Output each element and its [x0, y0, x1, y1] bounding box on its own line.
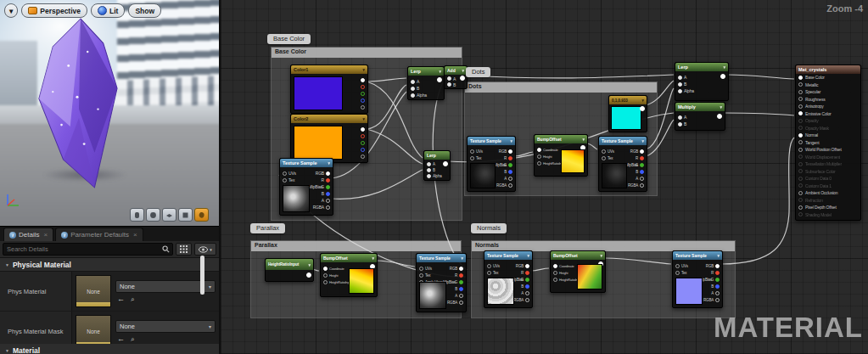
view-options-button[interactable]: ▾	[194, 243, 216, 256]
plane-shape-button[interactable]	[162, 208, 176, 222]
texture-sample-node[interactable]: Texture Sample▾ UVsTexApply View MipBias…	[598, 136, 647, 192]
material-input-row[interactable]: Opacity Mask	[796, 125, 860, 132]
sphere-shape-button[interactable]	[146, 208, 160, 222]
custom-mesh-shape-button[interactable]	[194, 208, 209, 222]
material-input-row[interactable]: Anisotropy	[796, 103, 860, 110]
output-pin[interactable]	[460, 76, 465, 81]
collapse-icon[interactable]: ▾	[717, 253, 720, 258]
color1-vector-parameter-node[interactable]: Color1▾	[290, 65, 368, 114]
output-pin[interactable]	[437, 77, 442, 82]
material-input-row[interactable]: Metallic	[796, 81, 860, 89]
material-input-row[interactable]: Emissive Color	[796, 110, 860, 118]
texture-sample-node[interactable]: Texture Sample▾ UVsTexApply View MipBias…	[416, 253, 467, 312]
material-node-graph[interactable]: Zoom -4 MATERIAL Base Color Base Color D…	[219, 0, 868, 354]
multiply-node[interactable]: Multiply▾ AB	[675, 102, 725, 131]
texture-sample-node[interactable]: Texture Sample▾ UVsTexApply View MipBias…	[484, 250, 533, 308]
collapse-icon[interactable]: ▾	[723, 65, 725, 70]
close-icon[interactable]: ×	[133, 231, 137, 239]
material-input-row[interactable]: World Position Offset	[796, 146, 860, 154]
lit-sphere-icon	[98, 6, 107, 15]
add-node[interactable]: Add▾ AB	[444, 65, 468, 89]
material-input-row[interactable]: Subsurface Color	[796, 168, 860, 176]
material-input-row[interactable]: Opacity	[796, 117, 860, 125]
texture-sample-node[interactable]: Texture Sample▾ UVsTexApply View MipBias…	[467, 136, 516, 192]
lerp-node[interactable]: Lerp▾ ABAlpha	[675, 62, 729, 101]
tab-details[interactable]: i Details ×	[3, 228, 53, 241]
comment-tag-parallax[interactable]: Parallax	[250, 223, 285, 233]
cube-shape-button[interactable]	[178, 208, 193, 222]
material-input-row[interactable]: Specular	[796, 88, 860, 96]
material-input-row[interactable]: Custom Data 0	[796, 175, 860, 183]
collapse-icon[interactable]: ▾	[328, 160, 330, 166]
collapse-icon[interactable]: ▾	[362, 67, 365, 72]
collapse-icon[interactable]: ▾	[600, 253, 602, 258]
collapse-icon[interactable]: ▾	[439, 69, 441, 74]
asset-thumbnail[interactable]: None	[76, 275, 111, 307]
collapse-icon[interactable]: ▾	[362, 116, 365, 121]
browse-asset-icon[interactable]: ⌕	[131, 295, 134, 303]
texture-sample-node[interactable]: Texture Sample▾ UVsTexApply View MipBias…	[279, 158, 333, 216]
material-result-node[interactable]: Mat_crystals Base Color Metallic Specula…	[795, 65, 861, 221]
details-scrollbar[interactable]	[200, 256, 204, 295]
viewport-options-button[interactable]: ▾	[4, 3, 18, 18]
output-pin[interactable]	[717, 114, 722, 119]
search-box[interactable]	[3, 243, 173, 256]
section-physical-material[interactable]: ▼ Physical Material	[0, 258, 219, 272]
lerp-node[interactable]: Lerp▾ ABAlpha	[407, 66, 445, 100]
collapse-icon[interactable]: ▾	[372, 256, 374, 261]
material-input-row[interactable]: Refraction	[796, 197, 860, 205]
material-input-row[interactable]: Normal	[796, 132, 860, 139]
material-input-row[interactable]: Roughness	[796, 96, 860, 104]
tab-parameter-defaults[interactable]: i Parameter Defaults ×	[55, 228, 143, 241]
lit-mode-button[interactable]: Lit	[91, 3, 125, 18]
close-icon[interactable]: ×	[43, 231, 48, 239]
output-pin[interactable]	[443, 161, 448, 166]
collapse-icon[interactable]: ▾	[641, 98, 644, 103]
material-input-row[interactable]: World Displacement	[796, 154, 860, 161]
browse-asset-icon[interactable]: ⌕	[131, 335, 134, 343]
collapse-icon[interactable]: ▾	[461, 256, 463, 261]
cylinder-shape-button[interactable]	[130, 208, 144, 222]
section-material[interactable]: ▼ Material	[0, 344, 219, 354]
collapse-icon[interactable]: ▾	[641, 138, 644, 143]
material-input-row[interactable]: Custom Data 1	[796, 183, 860, 190]
bumpoffset-node[interactable]: BumpOffset▾ CoordinateHeightHeightRatioI…	[550, 250, 606, 293]
bumpoffset-node[interactable]: BumpOffset▾ CoordinateHeightHeightRatioI…	[534, 134, 588, 177]
comment-tag-base-color[interactable]: Base Color	[267, 34, 311, 44]
display-filter-button[interactable]	[176, 243, 192, 256]
material-input-row[interactable]: Shading Model	[796, 211, 860, 219]
asset-dropdown[interactable]: None ▾	[115, 320, 216, 333]
comment-tag-normals[interactable]: Normals	[471, 223, 507, 233]
output-pin[interactable]	[720, 74, 725, 79]
output-pin[interactable]	[640, 106, 645, 111]
texture-sample-node[interactable]: Texture Sample▾ UVsTexApply View MipBias…	[672, 250, 723, 308]
perspective-button[interactable]: Perspective	[21, 3, 87, 18]
color-swatch[interactable]	[294, 126, 343, 160]
comment-tag-dots[interactable]: Dots	[466, 67, 490, 77]
bumpoffset-node[interactable]: BumpOffset▾ CoordinateHeightHeightRatioI…	[320, 253, 378, 297]
use-selected-asset-icon[interactable]: ←	[117, 295, 125, 303]
show-button[interactable]: Show	[128, 3, 161, 18]
color2-vector-parameter-node[interactable]: Color2▾	[290, 114, 368, 163]
collapse-icon[interactable]: ▾	[582, 137, 585, 142]
material-input-row[interactable]: Tessellation Multiplier	[796, 160, 860, 168]
lerp-node[interactable]: Lerp ABAlpha	[423, 150, 451, 181]
material-input-row[interactable]: Pixel Depth Offset	[796, 204, 860, 211]
material-input-row[interactable]: Base Color	[796, 74, 860, 81]
collapse-icon[interactable]: ▾	[462, 68, 464, 73]
collapse-icon[interactable]: ▾	[510, 138, 512, 143]
material-input-row[interactable]: Tangent	[796, 139, 860, 147]
output-pin[interactable]	[306, 273, 311, 278]
color-swatch[interactable]	[294, 76, 343, 110]
height-ratio-parameter-node[interactable]: HeightRatioInput▾	[265, 258, 314, 282]
search-input[interactable]	[3, 245, 162, 253]
collapse-icon[interactable]: ▾	[308, 262, 311, 267]
cyan-constant-node[interactable]: 0,1,0.933▾	[608, 95, 647, 132]
use-selected-asset-icon[interactable]: ←	[117, 335, 125, 343]
color-swatch[interactable]	[611, 106, 641, 130]
material-input-row[interactable]: Ambient Occlusion	[796, 189, 860, 197]
preview-viewport[interactable]: ▾ Perspective Lit Show	[0, 0, 219, 226]
asset-thumbnail[interactable]: None	[76, 315, 111, 347]
collapse-icon[interactable]: ▾	[720, 104, 722, 110]
collapse-icon[interactable]: ▾	[527, 253, 529, 258]
